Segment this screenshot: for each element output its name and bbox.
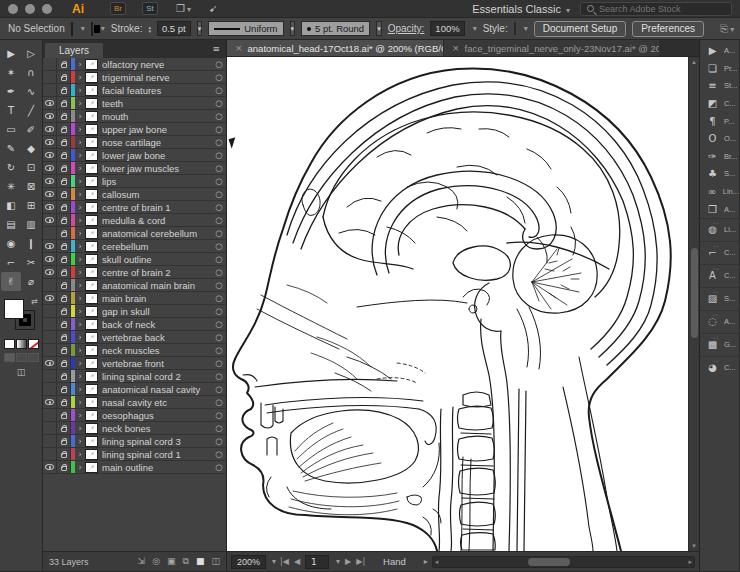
document-setup-button[interactable]: Document Setup	[534, 21, 627, 37]
layer-thumbnail[interactable]	[85, 163, 98, 174]
target-circle-icon[interactable]: ○	[212, 280, 226, 290]
layer-name[interactable]: nose cartilage	[102, 137, 212, 148]
visibility-toggle[interactable]	[43, 357, 57, 369]
layer-thumbnail[interactable]	[85, 137, 98, 148]
target-circle-icon[interactable]: ○	[212, 436, 226, 446]
layer-row[interactable]: ›nasal cavity etc○	[43, 396, 226, 409]
layer-row[interactable]: ›mouth○	[43, 110, 226, 123]
scroll-up-icon[interactable]: ▴	[692, 58, 696, 66]
lock-toggle[interactable]	[57, 331, 71, 343]
adobe-stock-search[interactable]	[580, 2, 732, 16]
target-circle-icon[interactable]: ○	[212, 72, 226, 82]
layer-row[interactable]: ›oesophagus○	[43, 409, 226, 422]
stroke-weight-field[interactable]: 0.5 pt	[157, 21, 191, 36]
layer-thumbnail[interactable]	[85, 345, 98, 356]
fill-stroke-indicator[interactable]: ⇄	[4, 297, 38, 337]
none-mode-button[interactable]	[28, 339, 39, 349]
target-circle-icon[interactable]: ○	[212, 215, 226, 225]
target-circle-icon[interactable]: ○	[212, 462, 226, 472]
pen-tool[interactable]: ✒	[1, 82, 21, 101]
expand-arrow-icon[interactable]: ›	[75, 151, 85, 160]
selection-tool[interactable]: ▶	[1, 44, 21, 63]
layer-thumbnail[interactable]	[85, 358, 98, 369]
layer-name[interactable]: anatomical cerebellum	[102, 228, 212, 239]
target-circle-icon[interactable]: ○	[212, 449, 226, 459]
visibility-toggle[interactable]	[43, 318, 57, 330]
lock-toggle[interactable]	[57, 279, 71, 291]
layer-thumbnail[interactable]	[85, 176, 98, 187]
layer-name[interactable]: main brain	[102, 293, 212, 304]
layer-row[interactable]: ›trigeminal nerve○	[43, 71, 226, 84]
close-window-button[interactable]	[8, 4, 18, 14]
target-circle-icon[interactable]: ○	[212, 358, 226, 368]
expand-arrow-icon[interactable]: ›	[75, 216, 85, 225]
symbols-panel-button[interactable]: ♣S...	[700, 165, 739, 183]
artboard-number-field[interactable]: 1	[305, 555, 329, 569]
layer-thumbnail[interactable]	[85, 384, 98, 395]
type-tool[interactable]: T	[1, 101, 21, 120]
lock-toggle[interactable]	[57, 188, 71, 200]
visibility-toggle[interactable]	[43, 175, 57, 187]
layer-thumbnail[interactable]	[85, 319, 98, 330]
curvature-tool[interactable]: ∿	[21, 82, 41, 101]
layer-row[interactable]: ›centre of brain 2○	[43, 266, 226, 279]
vertical-scroll-thumb[interactable]	[691, 248, 698, 338]
lock-toggle[interactable]	[57, 84, 71, 96]
lock-toggle[interactable]	[57, 409, 71, 421]
layer-thumbnail[interactable]	[85, 59, 98, 70]
expand-arrow-icon[interactable]: ›	[75, 73, 85, 82]
lock-toggle[interactable]	[57, 266, 71, 278]
color-mode-button[interactable]	[4, 339, 15, 349]
expand-arrow-icon[interactable]: ›	[75, 203, 85, 212]
lock-toggle[interactable]	[57, 305, 71, 317]
stroke-dropdown-chevron[interactable]: ▾	[101, 24, 105, 33]
visibility-toggle[interactable]	[43, 292, 57, 304]
layer-name[interactable]: lining spinal cord 2	[102, 371, 212, 382]
hand-tool[interactable]: ✌	[1, 272, 21, 291]
gradient-tool[interactable]: ▥	[21, 215, 41, 234]
style-chevron[interactable]: ▾	[524, 24, 528, 33]
width-profile-chevron[interactable]: ▾	[290, 21, 296, 36]
layer-thumbnail[interactable]	[85, 202, 98, 213]
zoom-level-field[interactable]: 200%	[231, 555, 266, 569]
layer-name[interactable]: lips	[102, 176, 212, 187]
visibility-toggle[interactable]	[43, 409, 57, 421]
target-circle-icon[interactable]: ○	[212, 137, 226, 147]
layer-thumbnail[interactable]	[85, 189, 98, 200]
visibility-toggle[interactable]	[43, 435, 57, 447]
gpu-rocket-icon[interactable]: ➹	[209, 3, 217, 14]
layer-row[interactable]: ›anatomical nasal cavity○	[43, 383, 226, 396]
layer-name[interactable]: back of neck	[102, 319, 212, 330]
gradient-mode-button[interactable]	[16, 339, 27, 349]
visibility-toggle[interactable]	[43, 97, 57, 109]
layer-name[interactable]: gap in skull	[102, 306, 212, 317]
layer-row[interactable]: ›anatomical main brain○	[43, 279, 226, 292]
horizontal-scrollbar[interactable]: ◂ ▸	[432, 556, 695, 568]
target-circle-icon[interactable]: ○	[212, 163, 226, 173]
visibility-toggle[interactable]	[43, 136, 57, 148]
layer-row[interactable]: ›vertebrae back○	[43, 331, 226, 344]
color-panel-button[interactable]: ◕C...	[700, 356, 739, 379]
expand-arrow-icon[interactable]: ›	[75, 138, 85, 147]
layer-row[interactable]: ›back of neck○	[43, 318, 226, 331]
layer-row[interactable]: ›nose cartilage○	[43, 136, 226, 149]
expand-arrow-icon[interactable]: ›	[75, 86, 85, 95]
width-tool[interactable]: ✳	[1, 177, 21, 196]
lock-toggle[interactable]	[57, 136, 71, 148]
minimize-window-button[interactable]	[25, 4, 35, 14]
expand-arrow-icon[interactable]: ›	[75, 125, 85, 134]
artboard-chevron[interactable]: ▾	[336, 557, 340, 566]
opacity-chevron[interactable]: ▾	[473, 24, 477, 33]
layer-name[interactable]: oesophagus	[102, 410, 212, 421]
stroke-stepper[interactable]: ▴▾	[148, 25, 151, 33]
canvas-area[interactable]: ▴ ▾	[227, 57, 699, 551]
layer-thumbnail[interactable]	[85, 150, 98, 161]
document-tab[interactable]: ×anatomical_head-17Oct18.ai* @ 200% (RGB…	[227, 40, 443, 56]
layer-row[interactable]: ›lower jaw bone○	[43, 149, 226, 162]
layer-name[interactable]: olfactory nerve	[102, 59, 212, 70]
layer-name[interactable]: main outline	[102, 462, 212, 473]
brush-definition-chevron[interactable]: ▾	[376, 21, 382, 36]
gradient-panel-button[interactable]: ▩G...	[700, 333, 739, 356]
target-circle-icon[interactable]: ○	[212, 228, 226, 238]
search-input[interactable]	[599, 4, 719, 14]
